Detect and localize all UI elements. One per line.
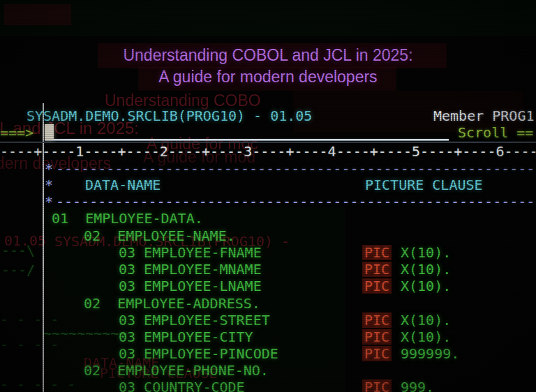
page-title-line1: Understanding COBOL and JCL in 2025: xyxy=(0,45,536,66)
code-line: 03 EMPLOYEE-LNAMEPICX(10). xyxy=(0,278,536,295)
pic-keyword: PIC xyxy=(362,329,392,345)
crt-terminal-screen: Understanding COBOCL and JCL in 2025:A g… xyxy=(0,0,536,392)
comment-line: *---------------------------------------… xyxy=(0,194,536,211)
code-employee-street: 03 EMPLOYEE-STREET xyxy=(119,312,270,328)
pic-keyword: PIC xyxy=(362,245,392,260)
command-prompt[interactable]: ===> xyxy=(0,125,34,140)
code-line: 02 EMPLOYEE-PHONE-NO. xyxy=(0,363,536,379)
comment-marker: * xyxy=(45,161,53,176)
code-country-code: 03 COUNTRY-CODE xyxy=(119,379,245,392)
ruler-row: ----+----1----+----2----+----3----+----4… xyxy=(0,144,536,160)
comment-line: *---------------------------------------… xyxy=(0,161,536,178)
pic-value: X(10). xyxy=(401,262,451,277)
pic-keyword: PIC xyxy=(362,379,392,392)
comment-marker: * xyxy=(45,177,53,193)
page-title: Understanding COBOL and JCL in 2025: A g… xyxy=(0,45,536,88)
member-label: Member PROG1 xyxy=(433,108,535,123)
command-row: ===>Scroll == xyxy=(0,125,536,142)
dataset-name: SYSADM.DEMO.SRCLIB(PROG10) - 01.05 xyxy=(27,108,312,123)
code-employee-lname: 03 EMPLOYEE-LNAME xyxy=(119,278,262,294)
pic-keyword: PIC xyxy=(362,262,392,277)
column-ruler: ----+----1----+----2----+----3----+----4… xyxy=(0,144,536,159)
code-employee-data: 01 EMPLOYEE-DATA. xyxy=(52,211,203,226)
code-line: 02 EMPLOYEE-ADDRESS. xyxy=(0,296,536,312)
column-header-data-name: DATA-NAME xyxy=(85,177,161,193)
column-header-picture-clause: PICTURE CLAUSE xyxy=(365,177,483,193)
code-employee-city: 03 EMPLOYEE-CITY xyxy=(119,329,253,345)
pic-keyword: PIC xyxy=(362,346,392,361)
code-line: 03 EMPLOYEE-PINCODEPIC999999. xyxy=(0,346,536,363)
comment-dashes: ----------------------------------------… xyxy=(56,161,536,176)
code-line: 03 EMPLOYEE-CITYPICX(10). xyxy=(0,329,536,346)
pic-value: 999999. xyxy=(401,346,459,361)
editor-title-row: SYSADM.DEMO.SRCLIB(PROG10) - 01.05Member… xyxy=(0,108,536,125)
pic-keyword: PIC xyxy=(362,278,392,294)
code-line: 02 EMPLOYEE-NAME. xyxy=(0,228,536,245)
code-employee-address: 02 EMPLOYEE-ADDRESS. xyxy=(84,296,260,311)
code-employee-fname: 03 EMPLOYEE-FNAME xyxy=(119,245,262,260)
comment-dashes: ----------------------------------------… xyxy=(56,194,536,209)
scroll-field[interactable]: Scroll == xyxy=(458,125,533,140)
code-employee-mname: 03 EMPLOYEE-MNAME xyxy=(119,262,262,277)
code-line: 01 EMPLOYEE-DATA. xyxy=(0,211,536,227)
code-line: 03 COUNTRY-CODEPIC999. xyxy=(0,379,536,392)
code-line: 03 EMPLOYEE-STREETPICX(10). xyxy=(0,312,536,329)
pic-value: 999. xyxy=(401,379,434,392)
text-cursor[interactable] xyxy=(45,124,54,140)
page-title-line2: A guide for modern developers xyxy=(0,66,536,88)
header-line: *DATA-NAMEPICTURE CLAUSE xyxy=(0,177,536,194)
comment-marker: * xyxy=(45,194,53,209)
code-line: 03 EMPLOYEE-FNAMEPICX(10). xyxy=(0,245,536,262)
code-line: 03 EMPLOYEE-MNAMEPICX(10). xyxy=(0,262,536,278)
code-employee-name: 02 EMPLOYEE-NAME. xyxy=(84,228,235,243)
code-employee-pincode: 03 EMPLOYEE-PINCODE xyxy=(119,346,278,361)
code-employee-phone-no: 02 EMPLOYEE-PHONE-NO. xyxy=(84,363,269,378)
pic-value: X(10). xyxy=(401,329,451,345)
pic-value: X(10). xyxy=(401,278,451,294)
pic-value: X(10). xyxy=(401,245,451,260)
pic-value: X(10). xyxy=(401,312,451,328)
pic-keyword: PIC xyxy=(362,312,392,328)
